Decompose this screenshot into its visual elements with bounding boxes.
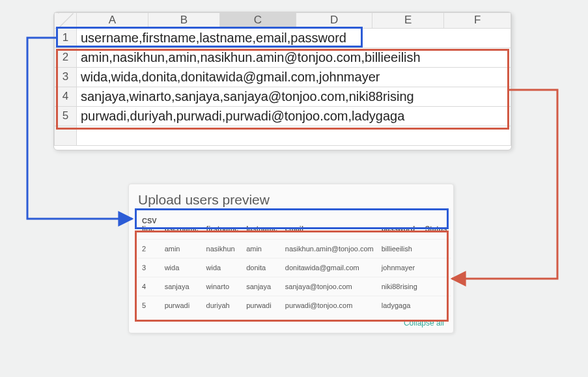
preview-table: CSV line username firstname lastname ema…	[138, 214, 451, 314]
spreadsheet-grid: A B C D E F 1username,firstname,lastname…	[54, 12, 511, 146]
row-number[interactable]: 5	[55, 106, 77, 126]
preview-cell-status	[421, 258, 451, 277]
preview-cell-email: donitawida@gmail.com	[281, 258, 378, 277]
column-header-row: A B C D E F	[55, 13, 511, 29]
row-content[interactable]: sanjaya,winarto,sanjaya,sanjaya@tonjoo.c…	[77, 87, 511, 106]
preview-cell-status	[421, 277, 451, 296]
preview-header-row: CSV line username firstname lastname ema…	[138, 214, 451, 240]
th-password: password	[378, 214, 421, 240]
preview-cell-lastname: donita	[242, 258, 281, 277]
preview-cell-line: 3	[138, 258, 161, 277]
preview-cell-username: purwadi	[161, 296, 203, 315]
preview-cell-password: johnmayer	[378, 258, 421, 277]
row-content-cut	[77, 126, 511, 145]
th-firstname: firstname	[203, 214, 243, 240]
preview-cell-status	[421, 296, 451, 315]
col-header[interactable]: B	[148, 13, 219, 29]
row-number[interactable]: 3	[55, 67, 77, 87]
preview-cell-line: 4	[138, 277, 161, 296]
preview-cell-firstname: wida	[203, 258, 243, 277]
row-number[interactable]: 1	[55, 28, 77, 48]
preview-cell-firstname: nasikhun	[203, 240, 243, 258]
col-header[interactable]: E	[372, 13, 444, 29]
preview-cell-email: purwadi@tonjoo.com	[281, 296, 378, 315]
preview-cell-firstname: duriyah	[203, 296, 243, 315]
col-header[interactable]: F	[444, 13, 511, 29]
preview-cell-line: 2	[138, 240, 161, 258]
collapse-all-link[interactable]: Collapse all	[138, 318, 444, 328]
th-status: Status	[421, 214, 451, 240]
preview-cell-lastname: purwadi	[242, 296, 281, 315]
th-csv-line: CSV line	[138, 214, 161, 240]
spreadsheet-row: 4sanjaya,winarto,sanjaya,sanjaya@tonjoo.…	[55, 87, 511, 106]
row-content[interactable]: username,firstname,lastname,email,passwo…	[77, 28, 511, 48]
preview-row: 3widawidadonitadonitawida@gmail.comjohnm…	[138, 258, 451, 277]
select-all-corner[interactable]	[55, 13, 77, 29]
preview-cell-email: sanjaya@tonjoo.com	[281, 277, 378, 296]
spreadsheet-row: 2amin,nasikhun,amin,nasikhun.amin@tonjoo…	[55, 48, 511, 67]
preview-row: 4sanjayawinartosanjayasanjaya@tonjoo.com…	[138, 277, 451, 296]
preview-cell-status	[421, 240, 451, 258]
preview-row: 2aminnasikhunaminnasikhun.amin@tonjoo.co…	[138, 240, 451, 258]
row-number[interactable]: 4	[55, 87, 77, 106]
preview-row: 5purwadiduriyahpurwadipurwadi@tonjoo.com…	[138, 296, 451, 315]
th-username: username	[161, 214, 203, 240]
preview-cell-password: ladygaga	[378, 296, 421, 315]
row-number-cut	[55, 126, 77, 145]
preview-title: Upload users preview	[138, 192, 444, 208]
col-header[interactable]: A	[77, 13, 148, 29]
upload-preview-panel: Upload users preview CSV line username f…	[128, 184, 454, 333]
col-header[interactable]: D	[296, 13, 372, 29]
row-content[interactable]: amin,nasikhun,amin,nasikhun.amin@tonjoo.…	[77, 48, 511, 67]
col-header-active[interactable]: C	[219, 13, 296, 29]
preview-cell-lastname: amin	[242, 240, 281, 258]
row-content[interactable]: wida,wida,donita,donitawida@gmail.com,jo…	[77, 67, 511, 87]
row-number[interactable]: 2	[55, 48, 77, 67]
preview-cell-lastname: sanjaya	[242, 277, 281, 296]
preview-cell-line: 5	[138, 296, 161, 315]
preview-cell-password: billieeilish	[378, 240, 421, 258]
spreadsheet-row: 1username,firstname,lastname,email,passw…	[55, 28, 511, 48]
spreadsheet-row: 3wida,wida,donita,donitawida@gmail.com,j…	[55, 67, 511, 87]
preview-cell-email: nasikhun.amin@tonjoo.com	[281, 240, 378, 258]
preview-cell-username: wida	[161, 258, 203, 277]
preview-cell-username: amin	[161, 240, 203, 258]
spreadsheet-row: 5purwadi,duriyah,purwadi,purwadi@tonjoo.…	[55, 106, 511, 126]
preview-cell-firstname: winarto	[203, 277, 243, 296]
th-email: email	[281, 214, 378, 240]
preview-cell-password: niki88rising	[378, 277, 421, 296]
th-lastname: lastname	[242, 214, 281, 240]
row-content[interactable]: purwadi,duriyah,purwadi,purwadi@tonjoo.c…	[77, 106, 511, 126]
spreadsheet-panel: A B C D E F 1username,firstname,lastname…	[53, 12, 512, 150]
preview-cell-username: sanjaya	[161, 277, 203, 296]
